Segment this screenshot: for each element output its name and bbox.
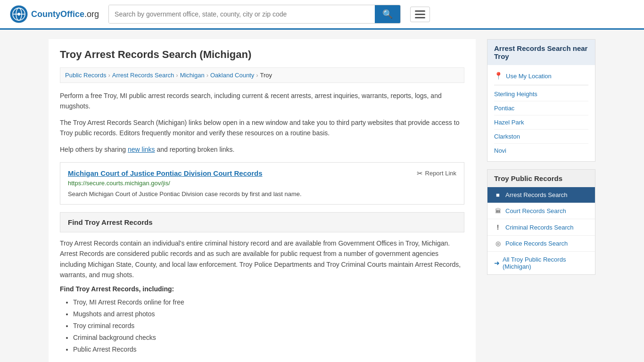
record-card: Michigan Court of Justice Pontiac Divisi… xyxy=(60,162,464,205)
record-url[interactable]: https://secure.courts.michigan.gov/jis/ xyxy=(68,180,456,187)
criminal-records-label: Criminal Records Search xyxy=(505,224,574,231)
find-subtext: Find Troy Arrest Records, including: xyxy=(60,285,464,293)
arrest-records-label: Arrest Records Search xyxy=(505,191,568,198)
sidebar-nearby-body: 📍 Use My Location Sterling Heights Ponti… xyxy=(487,65,595,161)
sidebar-nav-arrest-records[interactable]: ■ Arrest Records Search xyxy=(487,187,595,203)
breadcrumb-sep-3: › xyxy=(206,72,208,79)
bullet-item-3: Troy criminal records xyxy=(73,320,464,332)
find-section-body: Troy Arrest Records contain an individua… xyxy=(60,232,464,356)
site-logo[interactable]: CountyOffice.org xyxy=(9,5,99,24)
nearby-pontiac[interactable]: Pontiac xyxy=(494,101,588,115)
court-records-label: Court Records Search xyxy=(505,207,566,214)
breadcrumb-troy: Troy xyxy=(260,72,272,79)
police-records-label: Police Records Search xyxy=(505,240,568,247)
search-input[interactable] xyxy=(109,5,375,23)
find-body-text: Troy Arrest Records contain an individua… xyxy=(60,238,464,280)
sidebar-nav-police-records[interactable]: ◎ Police Records Search xyxy=(487,236,595,252)
search-bar: 🔍 xyxy=(108,5,401,24)
breadcrumb-sep-2: › xyxy=(176,72,178,79)
nearby-clarkston[interactable]: Clarkston xyxy=(494,130,588,144)
breadcrumb-public-records[interactable]: Public Records xyxy=(65,72,106,79)
breadcrumb-arrest-records[interactable]: Arrest Records Search xyxy=(112,72,174,79)
page-title: Troy Arrest Records Search (Michigan) xyxy=(60,49,464,61)
breadcrumb-oakland-county[interactable]: Oakland County xyxy=(210,72,254,79)
intro-p3-prefix: Help others by sharing xyxy=(60,146,128,153)
sidebar-nearby-box: Arrest Records Search near Troy 📍 Use My… xyxy=(487,39,595,162)
content-area: Troy Arrest Records Search (Michigan) Pu… xyxy=(49,39,476,362)
bullet-item-4: Criminal background checks xyxy=(73,332,464,344)
all-link-label: All Troy Public Records (Michigan) xyxy=(503,256,588,270)
use-my-location[interactable]: 📍 Use My Location xyxy=(494,69,588,85)
find-bullet-list: Troy, MI Arrest Records online for free … xyxy=(73,296,464,356)
logo-text: CountyOffice.org xyxy=(31,9,99,19)
svg-point-4 xyxy=(17,13,20,16)
arrest-records-icon: ■ xyxy=(494,191,502,198)
sidebar-nav-court-records[interactable]: 🏛 Court Records Search xyxy=(487,203,595,219)
all-link-arrow-icon: ➜ xyxy=(494,259,500,267)
sidebar-public-records-title: Troy Public Records xyxy=(487,170,595,187)
intro-paragraph-2: The Troy Arrest Records Search (Michigan… xyxy=(60,117,464,139)
hamburger-menu-button[interactable] xyxy=(410,7,430,22)
use-my-location-label: Use My Location xyxy=(506,73,552,80)
search-button[interactable]: 🔍 xyxy=(375,5,400,23)
bullet-item-5: Public Arrest Records xyxy=(73,344,464,355)
nearby-sterling-heights[interactable]: Sterling Heights xyxy=(494,87,588,101)
logo-icon xyxy=(9,5,28,24)
location-pin-icon: 📍 xyxy=(494,72,503,80)
breadcrumb-sep-1: › xyxy=(108,72,110,79)
nearby-hazel-park[interactable]: Hazel Park xyxy=(494,115,588,130)
sidebar-nearby-title: Arrest Records Search near Troy xyxy=(487,40,595,65)
sidebar: Arrest Records Search near Troy 📍 Use My… xyxy=(487,39,595,362)
bullet-item-2: Mugshots and arrest photos xyxy=(73,308,464,320)
criminal-records-icon: ! xyxy=(494,223,502,231)
breadcrumb-michigan[interactable]: Michigan xyxy=(180,72,205,79)
record-description: Search Michigan Court of Justice Pontiac… xyxy=(68,190,456,197)
sidebar-nav-criminal-records[interactable]: ! Criminal Records Search xyxy=(487,219,595,236)
intro-paragraph-1: Perform a free Troy, MI public arrest re… xyxy=(60,90,464,112)
nearby-novi[interactable]: Novi xyxy=(494,144,588,157)
breadcrumb-sep-4: › xyxy=(256,72,258,79)
record-card-header: Michigan Court of Justice Pontiac Divisi… xyxy=(68,169,456,178)
intro-paragraph-3: Help others by sharing new links and rep… xyxy=(60,144,464,155)
breadcrumb: Public Records › Arrest Records Search ›… xyxy=(60,67,464,83)
police-records-icon: ◎ xyxy=(494,240,502,247)
report-link-button[interactable]: ✂ Report Link xyxy=(417,169,456,178)
find-section-header: Find Troy Arrest Records xyxy=(60,212,464,232)
record-title-link[interactable]: Michigan Court of Justice Pontiac Divisi… xyxy=(68,169,263,177)
new-links[interactable]: new links xyxy=(128,146,155,153)
report-icon: ✂ xyxy=(417,169,423,178)
sidebar-nav: ■ Arrest Records Search 🏛 Court Records … xyxy=(487,187,595,274)
main-container: Troy Arrest Records Search (Michigan) Pu… xyxy=(39,30,605,362)
court-records-icon: 🏛 xyxy=(494,207,502,214)
report-link-label: Report Link xyxy=(425,170,456,177)
find-section-title: Find Troy Arrest Records xyxy=(68,218,153,226)
site-header: CountyOffice.org 🔍 xyxy=(0,0,644,30)
bullet-item-1: Troy, MI Arrest Records online for free xyxy=(73,296,464,308)
sidebar-public-records-box: Troy Public Records ■ Arrest Records Sea… xyxy=(487,169,595,275)
intro-p3-suffix: and reporting broken links. xyxy=(155,146,235,153)
sidebar-all-public-records[interactable]: ➜ All Troy Public Records (Michigan) xyxy=(487,252,595,274)
